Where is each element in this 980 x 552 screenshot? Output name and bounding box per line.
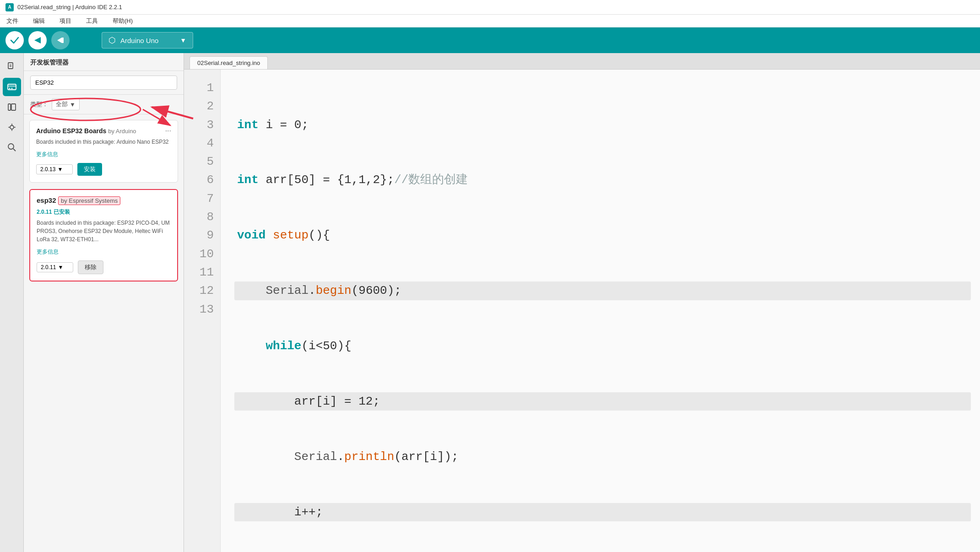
svg-point-12	[10, 125, 14, 129]
board-search-input[interactable]	[30, 76, 177, 90]
upload-button[interactable]	[28, 31, 47, 49]
svg-marker-0	[34, 37, 41, 43]
type-value: 全部	[56, 100, 68, 108]
type-select[interactable]: 全部 ▼	[52, 98, 80, 110]
verify-button[interactable]	[5, 31, 24, 49]
code-line-1: int i = 0;	[234, 116, 971, 134]
svg-rect-2	[62, 38, 64, 43]
svg-rect-3	[8, 63, 13, 69]
board-link-esp32[interactable]: 更多信息	[37, 249, 59, 255]
app-icon: A	[5, 3, 14, 11]
install-btn-arduino-esp32[interactable]: 安装	[77, 163, 102, 176]
type-label: 类型：	[30, 100, 48, 108]
board-card-esp32: esp32 by Espressif Systems 2.0.11 已安装 Bo…	[29, 189, 178, 281]
svg-rect-10	[8, 104, 11, 110]
svg-rect-11	[11, 104, 16, 110]
code-content[interactable]: int i = 0; int arr[50] = {1,1,2};//数组的创建…	[221, 70, 980, 552]
version-arrow-icon-2: ▼	[58, 264, 63, 271]
board-title-arduino-esp32: Arduino ESP32 Boards	[36, 127, 108, 135]
debug-button[interactable]	[51, 31, 70, 49]
board-panel-search	[24, 71, 184, 95]
svg-point-8	[9, 88, 10, 89]
type-arrow-icon: ▼	[70, 101, 76, 108]
editor-tab-bar: 02Serial.read_string.ino	[184, 53, 980, 70]
code-editor[interactable]: 1 2 3 4 5 6 7 8 9 10 11 12 13 int i = 0;…	[184, 70, 980, 552]
menu-help[interactable]: 帮助(H)	[110, 16, 135, 26]
board-menu-btn-arduino-esp32[interactable]: ···	[165, 127, 171, 135]
board-version-row-esp32: 2.0.11 ▼ 移除	[37, 260, 171, 274]
board-card-arduino-esp32: Arduino ESP32 Boards by Arduino ··· Boar…	[29, 120, 178, 183]
board-author-esp32: by Espressif Systems	[58, 196, 120, 205]
sidebar-icons	[0, 53, 24, 552]
board-selector-arrow: ▼	[180, 37, 186, 44]
menu-project[interactable]: 项目	[57, 16, 74, 26]
board-panel: 开发板管理器 类型： 全部 ▼ Arduino ESP32 Boards by …	[24, 53, 184, 552]
svg-marker-1	[57, 38, 62, 43]
board-version-row-arduino-esp32: 2.0.13 ▼ 安装	[36, 163, 171, 176]
editor-tab-main[interactable]: 02Serial.read_string.ino	[190, 56, 268, 69]
board-author-arduino-esp32: by Arduino	[108, 128, 136, 135]
board-desc-arduino-esp32: Boards included in this package: Arduino…	[36, 138, 171, 146]
svg-point-17	[8, 144, 14, 149]
code-line-6: arr[i] = 12;	[234, 392, 971, 411]
menu-file[interactable]: 文件	[4, 16, 21, 26]
remove-btn-esp32[interactable]: 移除	[78, 260, 103, 274]
type-row: 类型： 全部 ▼	[24, 95, 184, 114]
window-title: 02Serial.read_string | Arduino IDE 2.2.1	[17, 4, 122, 11]
menu-edit[interactable]: 编辑	[30, 16, 48, 26]
board-link-arduino-esp32[interactable]: 更多信息	[36, 151, 58, 157]
version-arrow-icon: ▼	[57, 166, 63, 173]
code-line-4: Serial.begin(9600);	[234, 281, 971, 300]
board-name: Arduino Uno	[120, 37, 158, 44]
svg-line-18	[13, 149, 16, 151]
version-value-arduino-esp32: 2.0.13	[40, 166, 55, 173]
code-line-8: i++;	[234, 503, 971, 521]
board-selector[interactable]: ⬡ Arduino Uno ▼	[102, 32, 193, 49]
line-numbers: 1 2 3 4 5 6 7 8 9 10 11 12 13	[184, 70, 221, 552]
code-line-7: Serial.println(arr[i]);	[234, 448, 971, 466]
version-value-esp32: 2.0.11	[41, 264, 56, 271]
code-line-5: while(i<50){	[234, 337, 971, 355]
version-select-arduino-esp32[interactable]: 2.0.13 ▼	[36, 164, 73, 174]
main-layout: 开发板管理器 类型： 全部 ▼ Arduino ESP32 Boards by …	[0, 53, 980, 552]
sidebar-btn-files[interactable]	[3, 58, 21, 76]
installed-badge-esp32: 2.0.11 已安装	[37, 209, 70, 215]
menu-bar: 文件 编辑 项目 工具 帮助(H)	[0, 15, 980, 27]
board-desc-esp32: Boards included in this package: ESP32 P…	[37, 219, 171, 244]
code-line-2: int arr[50] = {1,1,2};//数组的创建	[234, 171, 971, 189]
code-line-3: void setup(){	[234, 226, 971, 244]
sidebar-btn-debug[interactable]	[3, 118, 21, 136]
board-title-esp32: esp32	[37, 196, 56, 204]
sidebar-btn-boards[interactable]	[3, 78, 21, 96]
sidebar-btn-library[interactable]	[3, 98, 21, 116]
board-panel-title: 开发板管理器	[24, 53, 184, 71]
board-selector-icon: ⬡	[108, 35, 116, 45]
board-list: Arduino ESP32 Boards by Arduino ··· Boar…	[24, 114, 184, 552]
sidebar-btn-search[interactable]	[3, 138, 21, 157]
title-bar: A 02Serial.read_string | Arduino IDE 2.2…	[0, 0, 980, 15]
toolbar: ⬡ Arduino Uno ▼	[0, 27, 980, 53]
version-select-esp32[interactable]: 2.0.11 ▼	[37, 262, 73, 272]
svg-point-9	[11, 88, 12, 89]
menu-tools[interactable]: 工具	[83, 16, 101, 26]
editor-area: 02Serial.read_string.ino 1 2 3 4 5 6 7 8…	[184, 53, 980, 552]
